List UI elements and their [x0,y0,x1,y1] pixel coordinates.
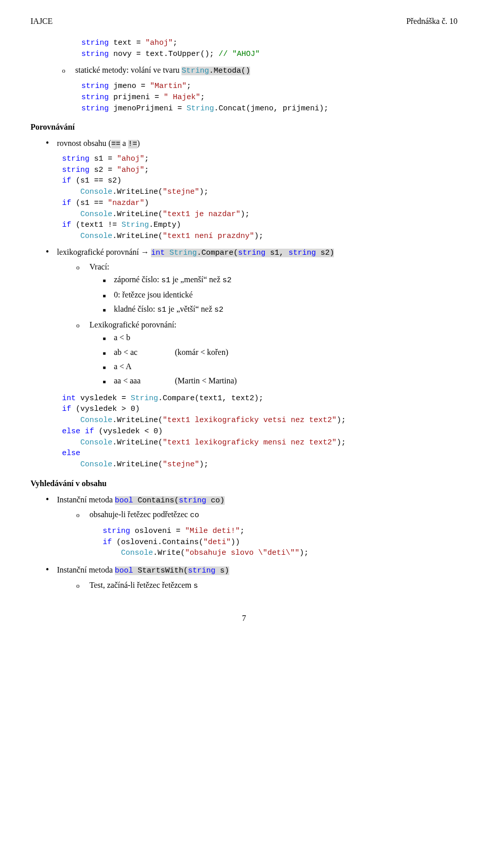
bullet-contains: • Instanční metoda bool Contains(string … [46,494,458,507]
subitem-obsahuje: o obsahuje-li řetězec podřetězec co [76,508,458,522]
header-left: IAJCE [30,15,53,27]
page-number: 7 [30,612,458,624]
page-header: IAJCE Přednáška č. 10 [30,15,458,27]
bullet-rovnost-text: rovnost obsahu (== a !=) [57,137,140,151]
bullet-dot: • [46,247,57,256]
code-block-5: string osloveni = "Mile deti!"; if (oslo… [103,526,458,559]
circle-bullet: o [76,581,89,591]
bullet-dot: • [46,495,57,504]
code-block-4: int vysledek = String.Compare(text1, tex… [62,393,458,470]
bullet-startswith: • Instanční metoda bool StartsWith(strin… [46,564,458,577]
circle-bullet: o [76,510,89,520]
bullet-dot: • [46,138,57,147]
subitem-test: o Test, začíná-li řetězec řetězcem s [76,579,458,592]
circle-bullet: o [62,66,75,76]
code-block-3: string s1 = "ahoj"; string s2 = "ahoj"; … [62,154,458,242]
subitem-vraci: o Vrací: [76,261,458,273]
subitem-lexporovnani: o Lexikografické porovnání: [76,319,458,331]
circle-bullet: o [76,320,89,331]
bullet-dot: • [46,565,57,574]
square-bullet: ■ [103,277,114,285]
section-vyhledavani-title: Vyhledávání v obsahu [30,477,458,490]
lex-returns-list: ■záporné číslo: s1 je „menší“ než s2 ■0:… [103,273,458,317]
square-bullet: ■ [103,306,114,315]
circle-bullet: o [76,262,89,273]
square-bullet: ■ [103,364,114,372]
square-bullet: ■ [103,292,114,301]
bullet-startswith-text: Instanční metoda bool StartsWith(string … [57,564,229,577]
square-bullet: ■ [103,378,114,386]
subitem-static: o statické metody: volání ve tvaru Strin… [62,64,458,77]
section-porovnavani-title: Porovnávání [30,121,458,133]
bullet-rovnost: • rovnost obsahu (== a !=) [46,137,458,151]
bullet-contains-text: Instanční metoda bool Contains(string co… [57,494,225,507]
bullet-lexikografie: • lexikografické porovnání → int String.… [46,246,458,259]
lex-compare-list: ■a < b ■ab < ac(komár < kořen) ■a < A ■a… [103,331,458,388]
header-right: Přednáška č. 10 [406,15,458,27]
code-block-2: string jmeno = "Martin"; string prijmeni… [81,81,458,114]
code-block-1: string text = "ahoj"; string novy = text… [81,38,458,60]
square-bullet: ■ [103,349,114,358]
bullet-lex-text: lexikografické porovnání → int String.Co… [57,246,334,259]
square-bullet: ■ [103,335,114,343]
subitem-static-text: statické metody: volání ve tvaru String.… [75,64,250,77]
